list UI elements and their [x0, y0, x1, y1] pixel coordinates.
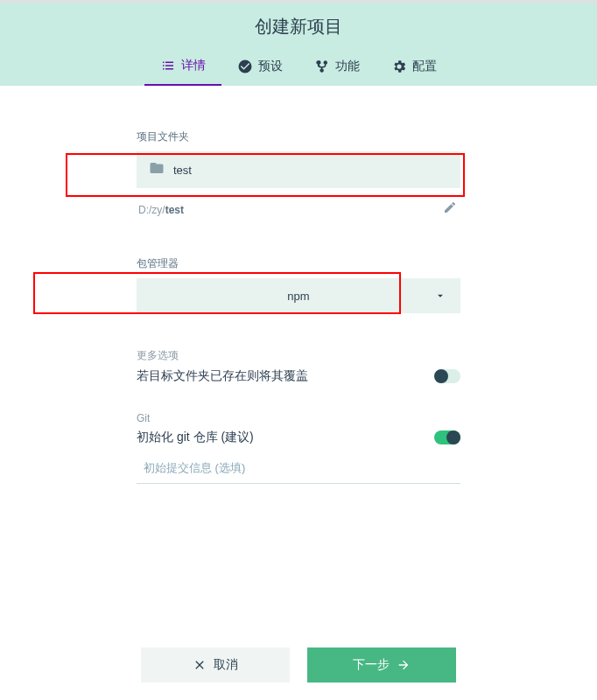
folder-input[interactable]: test — [137, 151, 460, 188]
page-title: 创建新项目 — [0, 15, 597, 38]
tab-details[interactable]: 详情 — [144, 49, 221, 86]
tab-label: 详情 — [181, 58, 206, 74]
more-options-section: 更多选项 若目标文件夹已存在则将其覆盖 — [137, 348, 460, 384]
tab-presets[interactable]: 预设 — [221, 49, 298, 86]
settings-icon — [391, 59, 407, 74]
package-manager-select[interactable]: npm — [137, 278, 460, 313]
tab-features[interactable]: 功能 — [298, 49, 376, 86]
close-icon — [193, 658, 207, 672]
content-area: 项目文件夹 test D:/zy/test — [0, 86, 597, 512]
cancel-label: 取消 — [214, 657, 238, 673]
git-init-text: 初始化 git 仓库 (建议) — [137, 430, 254, 445]
package-manager-label: 包管理器 — [137, 256, 460, 271]
path-row: D:/zy/test — [137, 188, 460, 221]
next-label: 下一步 — [353, 657, 390, 673]
chevron-down-icon — [434, 290, 446, 302]
folder-label: 项目文件夹 — [137, 130, 460, 144]
footer-actions: 取消 下一步 — [0, 648, 597, 682]
list-icon — [160, 58, 176, 74]
tab-config[interactable]: 配置 — [376, 49, 453, 86]
fork-icon — [314, 59, 330, 74]
select-value: npm — [287, 290, 309, 303]
overwrite-toggle[interactable] — [434, 369, 460, 383]
more-options-label: 更多选项 — [137, 348, 460, 363]
edit-icon[interactable] — [439, 197, 460, 221]
tab-label: 配置 — [412, 59, 437, 74]
git-init-toggle[interactable] — [434, 430, 460, 444]
git-label: Git — [137, 412, 460, 424]
header: 创建新项目 详情 预设 功能 — [0, 3, 597, 86]
tab-label: 预设 — [258, 59, 283, 74]
tab-label: 功能 — [335, 59, 360, 74]
path-name: test — [165, 204, 184, 216]
package-manager-section: 包管理器 npm — [137, 256, 460, 313]
git-section: Git 初始化 git 仓库 (建议) — [137, 412, 460, 484]
overwrite-option-text: 若目标文件夹已存在则将其覆盖 — [137, 368, 308, 384]
folder-section: 项目文件夹 test D:/zy/test — [137, 130, 460, 221]
arrow-right-icon — [397, 658, 411, 672]
check-circle-icon — [237, 59, 253, 74]
folder-icon — [149, 160, 165, 179]
path-prefix: D:/zy/ — [138, 204, 165, 216]
cancel-button[interactable]: 取消 — [141, 648, 290, 682]
toggle-knob — [434, 369, 448, 383]
full-path: D:/zy/test — [138, 201, 184, 217]
folder-name-value: test — [173, 164, 192, 177]
commit-message-input[interactable] — [137, 452, 460, 484]
toggle-knob — [446, 430, 460, 444]
tabs-bar: 详情 预设 功能 配置 — [0, 49, 597, 86]
next-button[interactable]: 下一步 — [307, 648, 456, 682]
